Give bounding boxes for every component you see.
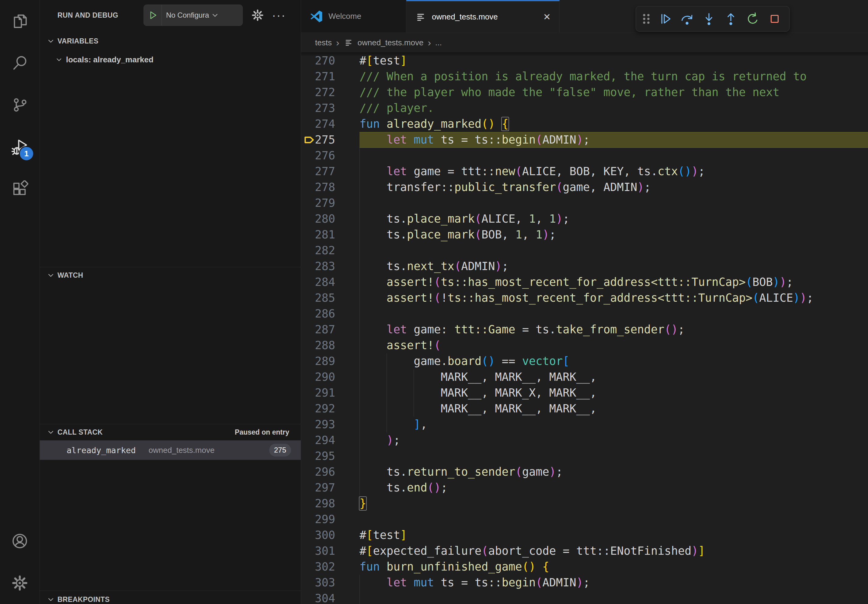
section-header-variables[interactable]: VARIABLES xyxy=(40,34,301,49)
gutter[interactable]: 282 xyxy=(301,243,360,259)
activity-item-settings[interactable] xyxy=(0,562,40,604)
code-line-275[interactable]: 275 let mut ts = ts::begin(ADMIN); xyxy=(301,132,868,148)
step-out-button[interactable] xyxy=(721,9,741,29)
gutter[interactable]: 298 xyxy=(301,496,360,511)
section-header-call-stack[interactable]: CALL STACK Paused on entry xyxy=(40,424,301,440)
code-line-274[interactable]: 274fun already_marked() { xyxy=(301,116,868,132)
code-line-294[interactable]: 294 ); xyxy=(301,432,868,448)
launch-configuration-dropdown[interactable]: No Configura xyxy=(144,5,243,26)
activity-item-accounts[interactable] xyxy=(0,520,40,562)
gutter[interactable]: 284 xyxy=(301,274,360,290)
continue-button[interactable] xyxy=(656,9,675,29)
code-line-290[interactable]: 290 MARK__, MARK__, MARK__, xyxy=(301,369,868,385)
gutter[interactable]: 296 xyxy=(301,464,360,480)
code-line-295[interactable]: 295 xyxy=(301,448,868,464)
code-line-288[interactable]: 288 assert!( xyxy=(301,338,868,353)
code-line-285[interactable]: 285 assert!(!ts::has_most_recent_for_add… xyxy=(301,290,868,306)
gutter[interactable]: 288 xyxy=(301,338,360,353)
gutter[interactable]: 276 xyxy=(301,148,360,164)
gutter[interactable]: 290 xyxy=(301,369,360,385)
code-line-271[interactable]: 271/// When a position is already marked… xyxy=(301,69,868,85)
code-line-278[interactable]: 278 transfer::public_transfer(game, ADMI… xyxy=(301,180,868,195)
gutter[interactable]: 274 xyxy=(301,116,360,132)
gutter[interactable]: 301 xyxy=(301,543,360,559)
gutter[interactable]: 272 xyxy=(301,85,360,101)
code-line-292[interactable]: 292 MARK__, MARK__, MARK__, xyxy=(301,401,868,417)
debug-settings-gear-icon[interactable] xyxy=(251,9,264,22)
breadcrumb-item-tests[interactable]: tests xyxy=(315,38,332,48)
gutter[interactable]: 279 xyxy=(301,195,360,211)
gutter[interactable]: 275 xyxy=(301,132,360,148)
gutter[interactable]: 293 xyxy=(301,417,360,432)
code-line-287[interactable]: 287 let game: ttt::Game = ts.take_from_s… xyxy=(301,322,868,338)
code-line-270[interactable]: 270#[test] xyxy=(301,53,868,69)
code-line-279[interactable]: 279 xyxy=(301,195,868,211)
code-line-276[interactable]: 276 xyxy=(301,148,868,164)
gutter[interactable]: 277 xyxy=(301,164,360,180)
code-line-282[interactable]: 282 xyxy=(301,243,868,259)
section-header-watch[interactable]: WATCH xyxy=(40,268,301,283)
gutter[interactable]: 299 xyxy=(301,511,360,527)
code-line-301[interactable]: 301#[expected_failure(abort_code = ttt::… xyxy=(301,543,868,559)
gutter[interactable]: 297 xyxy=(301,480,360,496)
section-header-breakpoints[interactable]: BREAKPOINTS xyxy=(40,592,301,604)
activity-item-run-and-debug[interactable]: 1 xyxy=(0,126,40,168)
code-line-289[interactable]: 289 game.board() == vector[ xyxy=(301,353,868,369)
gutter[interactable]: 303 xyxy=(301,575,360,591)
code-line-303[interactable]: 303 let mut ts = ts::begin(ADMIN); xyxy=(301,575,868,591)
code-line-304[interactable]: 304 xyxy=(301,591,868,604)
close-tab-icon[interactable]: ✕ xyxy=(541,12,551,22)
code-line-281[interactable]: 281 ts.place_mark(BOB, 1, 1); xyxy=(301,227,868,243)
activity-item-extensions[interactable] xyxy=(0,168,40,210)
gutter[interactable]: 304 xyxy=(301,591,360,604)
variables-scope-locals[interactable]: locals: already_marked xyxy=(40,52,301,67)
gutter[interactable]: 273 xyxy=(301,101,360,116)
more-actions-button[interactable]: ··· xyxy=(270,5,287,25)
gutter[interactable]: 280 xyxy=(301,211,360,227)
code-line-293[interactable]: 293 ], xyxy=(301,417,868,432)
code-line-300[interactable]: 300#[test] xyxy=(301,527,868,543)
gutter[interactable]: 285 xyxy=(301,290,360,306)
code-line-283[interactable]: 283 ts.next_tx(ADMIN); xyxy=(301,259,868,274)
stop-button[interactable] xyxy=(765,9,784,29)
activity-item-search[interactable] xyxy=(0,42,40,84)
code-line-291[interactable]: 291 MARK__, MARK_X, MARK__, xyxy=(301,385,868,401)
gutter[interactable]: 295 xyxy=(301,448,360,464)
breadcrumb-item-file[interactable]: owned_tests.move xyxy=(358,38,424,48)
gutter[interactable]: 270 xyxy=(301,53,360,69)
code-line-284[interactable]: 284 assert!(ts::has_most_recent_for_addr… xyxy=(301,274,868,290)
code-line-272[interactable]: 272/// the player who made the "false" m… xyxy=(301,85,868,101)
tab-owned-tests-move[interactable]: owned_tests.move ✕ xyxy=(406,0,560,33)
start-debugging-icon[interactable] xyxy=(144,5,162,26)
code-line-297[interactable]: 297 ts.end(); xyxy=(301,480,868,496)
code-line-286[interactable]: 286 xyxy=(301,306,868,322)
gutter[interactable]: 278 xyxy=(301,180,360,195)
gutter[interactable]: 292 xyxy=(301,401,360,417)
code-line-273[interactable]: 273/// player. xyxy=(301,101,868,116)
gutter[interactable]: 291 xyxy=(301,385,360,401)
code-line-280[interactable]: 280 ts.place_mark(ALICE, 1, 1); xyxy=(301,211,868,227)
code-line-298[interactable]: 298} xyxy=(301,496,868,511)
code-line-302[interactable]: 302fun burn_unfinished_game() { xyxy=(301,559,868,575)
gutter[interactable]: 271 xyxy=(301,69,360,85)
step-into-button[interactable] xyxy=(699,9,719,29)
restart-button[interactable] xyxy=(743,9,763,29)
code-line-299[interactable]: 299 xyxy=(301,511,868,527)
drag-grip-handle[interactable] xyxy=(640,9,653,29)
gutter[interactable]: 286 xyxy=(301,306,360,322)
gutter[interactable]: 294 xyxy=(301,432,360,448)
gutter[interactable]: 300 xyxy=(301,527,360,543)
code-line-296[interactable]: 296 ts.return_to_sender(game); xyxy=(301,464,868,480)
activity-item-source-control[interactable] xyxy=(0,84,40,126)
code-area[interactable]: 270#[test]271/// When a position is alre… xyxy=(301,52,868,604)
gutter[interactable]: 283 xyxy=(301,259,360,274)
gutter[interactable]: 302 xyxy=(301,559,360,575)
call-stack-frame[interactable]: already_marked owned_tests.move 275 xyxy=(40,440,301,460)
breadcrumb-item-symbol[interactable]: ... xyxy=(435,38,442,48)
gutter[interactable]: 281 xyxy=(301,227,360,243)
tab-welcome[interactable]: Welcome xyxy=(301,0,406,33)
code-line-277[interactable]: 277 let game = ttt::new(ALICE, BOB, KEY,… xyxy=(301,164,868,180)
gutter[interactable]: 287 xyxy=(301,322,360,338)
step-over-button[interactable] xyxy=(677,9,697,29)
activity-item-explorer[interactable] xyxy=(0,0,40,42)
